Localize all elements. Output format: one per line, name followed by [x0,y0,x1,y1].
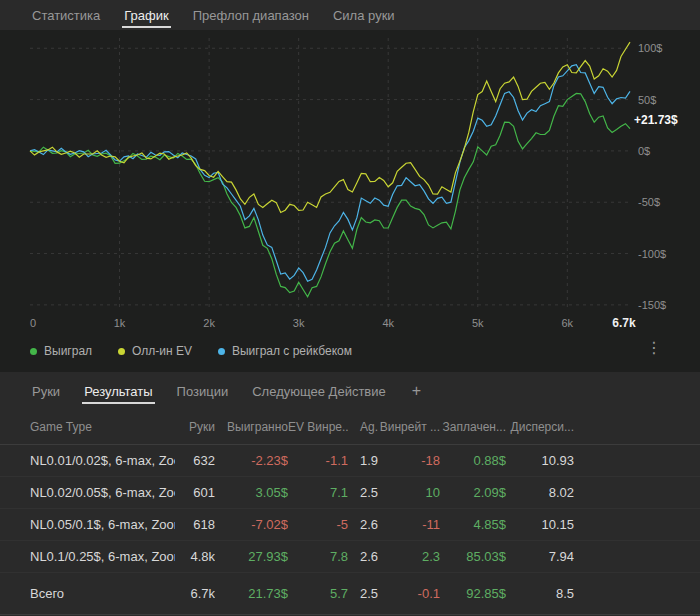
column-header-3[interactable]: EV Винре... [288,410,348,445]
more-options-icon[interactable]: ⋮ [640,336,668,359]
bottom-tab-3[interactable]: Следующее Действие [250,378,388,404]
column-header-0[interactable]: Game Type [0,410,175,445]
x-axis-label: 4k [382,317,394,329]
winnings-chart[interactable]: 100$50$0$-50$-100$-150$01k2k3k4k5k6k6.7k… [0,30,700,330]
x-axis-label: 6k [562,317,574,329]
column-header-6[interactable]: Заплачен... [440,410,506,445]
top-nav-tab-1[interactable]: График [122,2,170,28]
table-row[interactable]: NL0.05/0.1$, 6-max, Zoom618-7.02$-52.6-1… [0,509,700,541]
top-nav-tab-0[interactable]: Статистика [30,2,102,28]
table-cell: 1.9 [348,445,378,477]
table-cell: 6.7k [175,573,215,615]
legend-label: Выиграл с рейкбеком [232,344,352,358]
table-cell: NL0.1/0.25$, 6-max, Zoom [0,541,175,573]
chart-panel: 100$50$0$-50$-100$-150$01k2k3k4k5k6k6.7k… [0,30,700,372]
table-cell: 10.15 [506,509,574,541]
table-total-row[interactable]: Всего6.7k21.73$5.72.5-0.192.85$8.5 [0,573,700,615]
legend-dot-icon [30,348,37,355]
y-axis-label: -100$ [638,248,666,260]
table-cell: 4.85$ [440,509,506,541]
legend-item-2[interactable]: Выиграл с рейкбеком [218,344,352,358]
table-cell: 2.09$ [440,477,506,509]
results-panel: РукиРезультатыПозицииСледующее Действие+… [0,372,700,615]
chart-legend: ВыигралОлл-ин EVВыиграл с рейкбеком⋮ [0,330,700,372]
legend-dot-icon [218,348,225,355]
table-cell: 2.3 [378,541,440,573]
table-cell: 21.73$ [215,573,288,615]
column-header-4[interactable]: Ag. [348,410,378,445]
table-cell: 4.8k [175,541,215,573]
y-axis-label: 0$ [638,145,650,157]
table-cell: Всего [0,573,175,615]
table-cell: -5 [288,509,348,541]
table-row[interactable]: NL0.02/0.05$, 6-max, Zoom6013.05$7.12.51… [0,477,700,509]
results-table: Game TypeРукиВыигранноEV Винре...Ag.Винр… [0,410,700,615]
table-cell: 2.6 [348,541,378,573]
bottom-tabs: РукиРезультатыПозицииСледующее Действие+ [0,372,700,410]
legend-item-1[interactable]: Олл-ин EV [118,344,192,358]
current-value-label: +21.73$ [634,113,678,127]
bottom-tab-0[interactable]: Руки [30,378,62,404]
table-cell: 85.03$ [440,541,506,573]
table-cell: -7.02$ [215,509,288,541]
x-axis-label: 5k [472,317,484,329]
table-cell: 3.05$ [215,477,288,509]
add-tab-button[interactable]: + [408,382,425,400]
top-nav: СтатистикаГрафикПрефлоп диапазонСила рук… [0,0,700,30]
table-cell: -2.23$ [215,445,288,477]
x-axis-end-label: 6.7k [612,316,636,330]
table-cell: 632 [175,445,215,477]
table-cell: -18 [378,445,440,477]
table-row[interactable]: NL0.01/0.02$, 6-max, Zoom632-2.23$-1.11.… [0,445,700,477]
table-cell: 7.1 [288,477,348,509]
y-axis-label: 50$ [638,94,656,106]
top-nav-tab-2[interactable]: Префлоп диапазон [191,2,311,28]
table-cell: 7.8 [288,541,348,573]
table-cell: 10 [378,477,440,509]
y-axis-label: -50$ [638,196,660,208]
x-axis-label: 2k [203,317,215,329]
legend-item-0[interactable]: Выиграл [30,344,92,358]
table-cell: NL0.02/0.05$, 6-max, Zoom [0,477,175,509]
table-cell: -0.1 [378,573,440,615]
column-header-7[interactable]: Дисперси... [506,410,574,445]
table-cell: 2.5 [348,477,378,509]
table-cell: 2.5 [348,573,378,615]
table-cell: 7.94 [506,541,574,573]
legend-dot-icon [118,348,125,355]
table-header-row: Game TypeРукиВыигранноEV Винре...Ag.Винр… [0,410,700,445]
table-cell: 0.88$ [440,445,506,477]
table-cell: -11 [378,509,440,541]
x-axis-label: 3k [293,317,305,329]
table-cell: -1.1 [288,445,348,477]
table-cell: NL0.01/0.02$, 6-max, Zoom [0,445,175,477]
table-cell: 2.6 [348,509,378,541]
table-row[interactable]: NL0.1/0.25$, 6-max, Zoom4.8k27.93$7.82.6… [0,541,700,573]
y-axis-label: -150$ [638,299,666,311]
legend-label: Олл-ин EV [132,344,192,358]
legend-label: Выиграл [44,344,92,358]
x-axis-label: 0 [30,317,36,329]
top-nav-tab-3[interactable]: Сила руки [331,2,397,28]
table-cell: NL0.05/0.1$, 6-max, Zoom [0,509,175,541]
table-cell: 27.93$ [215,541,288,573]
table-cell: 601 [175,477,215,509]
table-cell: 5.7 [288,573,348,615]
table-cell: 618 [175,509,215,541]
bottom-tab-2[interactable]: Позиции [175,378,231,404]
y-axis-label: 100$ [638,42,662,54]
x-axis-label: 1k [114,317,126,329]
table-cell: 8.5 [506,573,574,615]
column-header-2[interactable]: Выигранно [215,410,288,445]
table-cell: 92.85$ [440,573,506,615]
column-header-1[interactable]: Руки [175,410,215,445]
bottom-tab-1[interactable]: Результаты [82,378,154,404]
table-cell: 8.02 [506,477,574,509]
column-header-5[interactable]: Винрейт ... [378,410,440,445]
table-cell: 10.93 [506,445,574,477]
